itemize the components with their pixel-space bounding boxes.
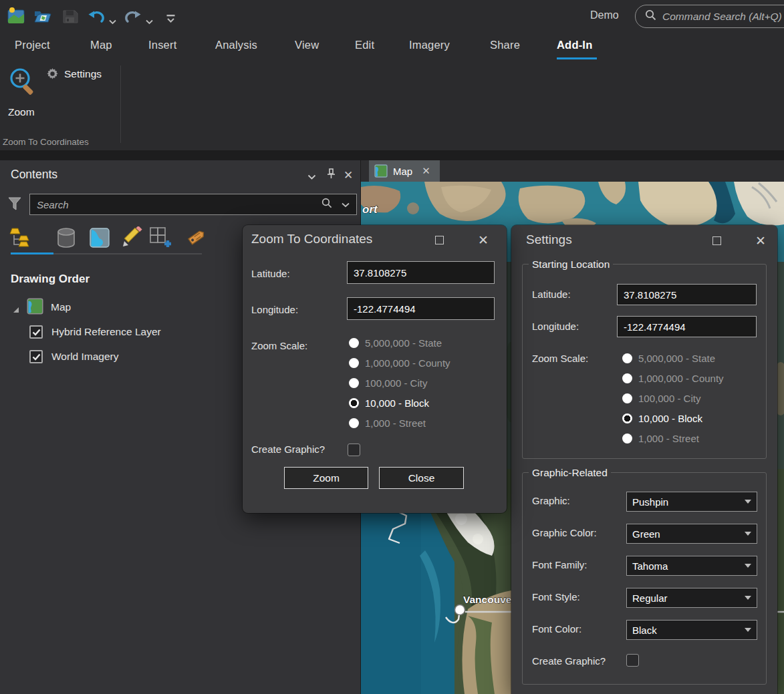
layer-checkbox-world-imagery[interactable] [29, 350, 43, 363]
pin-icon[interactable] [326, 168, 336, 182]
drawing-order-icon[interactable] [5, 225, 33, 250]
pushpin-marker[interactable] [455, 605, 465, 615]
font-family-dropdown[interactable]: Tahoma [626, 556, 757, 576]
longitude-field[interactable] [617, 316, 757, 337]
longitude-label: Longitude: [251, 304, 298, 315]
save-icon[interactable] [61, 7, 79, 27]
settings-dialog-titlebar[interactable]: Settings ✕ [511, 225, 777, 254]
map-tab-label: Map [393, 166, 412, 177]
radio-scale-state[interactable] [622, 353, 632, 363]
ribbon-group-divider [120, 65, 121, 143]
zoom-dialog-titlebar[interactable]: Zoom To Coordinates ✕ [243, 225, 507, 254]
redo-icon[interactable] [124, 7, 142, 27]
radio-scale-block[interactable] [622, 413, 632, 423]
create-graphic-checkbox[interactable] [626, 654, 639, 667]
open-project-icon[interactable] [33, 6, 52, 26]
latitude-field[interactable] [347, 261, 495, 284]
maximize-icon[interactable] [712, 236, 721, 245]
labeling-icon[interactable] [146, 225, 174, 250]
command-search-input[interactable]: Command Search (Alt+Q) [635, 5, 784, 28]
maximize-icon[interactable] [435, 236, 444, 244]
tab-imagery[interactable]: Imagery [409, 39, 450, 51]
create-graphic-checkbox[interactable] [348, 444, 360, 456]
layer-label-world-imagery[interactable]: World Imagery [51, 351, 119, 363]
graphic-color-label: Graphic Color: [532, 527, 597, 538]
tab-project[interactable]: Project [15, 39, 50, 51]
filter-icon[interactable] [8, 197, 21, 214]
tab-share[interactable]: Share [490, 39, 520, 51]
tab-view[interactable]: View [295, 39, 319, 51]
tab-edit[interactable]: Edit [355, 39, 374, 51]
place-label-partial: ort [362, 203, 378, 216]
data-source-icon[interactable] [52, 225, 80, 250]
redo-dropdown-icon[interactable] [146, 12, 153, 32]
font-color-value: Black [632, 625, 745, 636]
map-tab-close-icon[interactable]: ✕ [422, 165, 430, 177]
command-search-placeholder: Command Search (Alt+Q) [662, 11, 782, 23]
radio-scale-county[interactable] [622, 373, 632, 383]
undo-icon[interactable] [87, 7, 105, 27]
radio-scale-county-label[interactable]: 1,000,000 - County [638, 373, 724, 384]
tab-insert[interactable]: Insert [148, 39, 176, 51]
map-node-icon [27, 298, 43, 317]
radio-scale-street[interactable] [622, 433, 632, 444]
radio-scale-street-label[interactable]: 1,000 - Street [365, 417, 426, 429]
radio-scale-state-label[interactable]: 5,000,000 - State [638, 353, 715, 364]
latitude-field[interactable] [617, 284, 757, 305]
customize-quick-access-icon[interactable] [166, 9, 176, 29]
tab-map[interactable]: Map [90, 39, 112, 51]
radio-scale-street-label[interactable]: 1,000 - Street [638, 433, 699, 444]
radio-scale-block[interactable] [349, 398, 359, 408]
radio-scale-state[interactable] [349, 338, 359, 348]
layer-checkbox-hybrid[interactable] [29, 325, 43, 339]
font-color-dropdown[interactable]: Black [626, 620, 757, 640]
radio-scale-block-label[interactable]: 10,000 - Block [638, 413, 702, 424]
radio-scale-city[interactable] [349, 378, 359, 388]
settings-button[interactable]: Settings [45, 67, 102, 81]
close-pane-icon[interactable]: ✕ [344, 168, 353, 182]
undo-dropdown-icon[interactable] [109, 12, 116, 32]
zoom-scale-label: Zoom Scale: [251, 340, 307, 351]
layer-label-hybrid[interactable]: Hybrid Reference Layer [51, 326, 161, 338]
graphic-color-value: Green [632, 528, 745, 540]
radio-scale-block-label[interactable]: 10,000 - Block [365, 397, 429, 409]
longitude-field[interactable] [347, 297, 495, 320]
chevron-down-icon [745, 564, 751, 568]
snapping-icon[interactable] [182, 225, 210, 250]
selection-icon[interactable] [86, 225, 114, 250]
close-button[interactable]: Close [379, 467, 464, 489]
tree-expander-icon[interactable] [13, 304, 19, 316]
radio-scale-street[interactable] [349, 418, 359, 428]
search-dropdown-chevron-icon[interactable] [342, 198, 350, 210]
radio-scale-city[interactable] [622, 393, 632, 403]
radio-scale-state-label[interactable]: 5,000,000 - State [365, 337, 442, 349]
signed-in-user[interactable]: Demo [590, 9, 619, 21]
search-icon [321, 198, 332, 211]
settings-dialog: Settings ✕ Starting Location Latitude: L… [511, 225, 777, 694]
new-project-icon[interactable] [7, 6, 25, 26]
radio-scale-city-label[interactable]: 100,000 - City [365, 377, 427, 389]
radio-scale-county-label[interactable]: 1,000,000 - County [365, 357, 450, 369]
pane-options-chevron-icon[interactable] [307, 171, 316, 183]
close-icon[interactable]: ✕ [478, 234, 489, 246]
map-view-tab[interactable]: Map ✕ [369, 160, 440, 182]
close-icon[interactable]: ✕ [755, 234, 766, 247]
graphic-color-dropdown[interactable]: Green [626, 524, 757, 544]
gear-icon [45, 67, 59, 81]
editing-icon[interactable] [118, 225, 146, 250]
radio-scale-city-label[interactable]: 100,000 - City [638, 393, 700, 404]
zoom-button[interactable]: Zoom [8, 67, 45, 118]
active-tab-underline [557, 57, 597, 59]
zoom-button[interactable]: Zoom [284, 467, 368, 489]
tab-analysis[interactable]: Analysis [215, 39, 257, 51]
radio-scale-county[interactable] [349, 358, 359, 368]
longitude-label: Longitude: [532, 321, 579, 332]
font-style-dropdown[interactable]: Regular [626, 588, 757, 608]
tab-add-in[interactable]: Add-In [557, 39, 592, 51]
zoom-button-label: Zoom [8, 106, 45, 118]
contents-search-input[interactable]: Search [29, 194, 357, 215]
ribbon-group-label: Zoom To Coordinates [3, 137, 89, 147]
map-node-label[interactable]: Map [51, 301, 71, 313]
graphic-dropdown[interactable]: Pushpin [626, 492, 757, 512]
create-graphic-label: Create Graphic? [251, 444, 325, 455]
